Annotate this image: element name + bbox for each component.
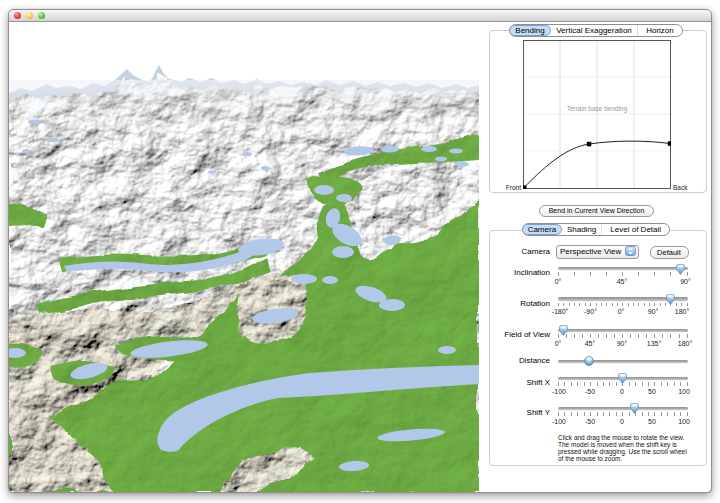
svg-text:Terrain base bending: Terrain base bending	[567, 105, 628, 113]
